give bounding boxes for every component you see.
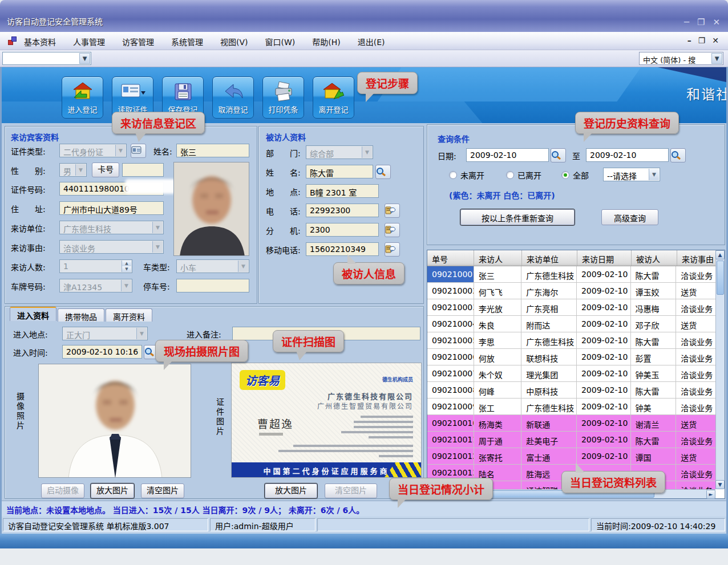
clear-card-button[interactable]: 清空图片 — [325, 483, 377, 498]
language-selector[interactable]: 中文 (简体) - 搜 ▼ — [639, 52, 723, 65]
menu-item-window[interactable]: 窗口(W) — [264, 35, 297, 48]
chevron-down-icon[interactable]: ▼ — [152, 222, 163, 233]
table-cell[interactable]: 2009-02-10 — [577, 365, 631, 382]
chevron-down-icon[interactable]: ▼ — [649, 169, 659, 180]
start-camera-button[interactable]: 启动摄像 — [41, 483, 84, 498]
visit-reason-select[interactable]: 洽谈业务▼ — [59, 240, 164, 254]
table-cell[interactable]: 中原科技 — [521, 382, 577, 399]
table-cell[interactable]: 090210002 — [427, 283, 474, 299]
table-cell[interactable]: 2009-02-10 — [577, 332, 631, 349]
table-cell[interactable]: 李光放 — [474, 299, 522, 316]
radio-all[interactable]: 全部 — [561, 169, 589, 181]
table-row[interactable]: 090210005李思广东德生科技2009-02-10陈大雷洽谈业务 — [427, 332, 715, 349]
menu-item-visitor[interactable]: 访客管理 — [121, 35, 155, 48]
column-header[interactable]: 来访人 — [474, 250, 522, 266]
visited-location-input[interactable]: B幢 2301 室 — [306, 184, 379, 198]
table-cell[interactable]: 何飞飞 — [474, 283, 522, 299]
table-cell[interactable]: 洽谈业务 — [676, 332, 715, 349]
table-cell[interactable]: 2009-02-10 — [577, 266, 631, 283]
enter-register-button[interactable]: 进入登记 — [62, 76, 103, 119]
zoom-photo-button[interactable]: 放大图片 — [91, 483, 134, 498]
chevron-down-icon[interactable]: ▼ — [152, 241, 163, 253]
table-cell[interactable]: 李思 — [474, 332, 522, 349]
table-cell[interactable]: 何峰 — [474, 382, 522, 399]
table-cell[interactable]: 陈大雷 — [631, 432, 677, 448]
cert-type-select[interactable]: 二代身份证▼ — [59, 144, 127, 157]
chevron-down-icon[interactable]: ▼ — [79, 53, 90, 64]
table-cell[interactable]: 广东德生科技 — [521, 399, 577, 415]
table-cell[interactable]: 附而达 — [521, 316, 577, 332]
card-reader-button[interactable] — [131, 144, 146, 158]
table-cell[interactable]: 090210012 — [427, 448, 474, 465]
table-row[interactable]: 090210001张三广东德生科技2009-02-10陈大雷洽谈业务 — [427, 266, 715, 283]
spin-up-icon[interactable]: ▲ — [122, 261, 131, 266]
table-row[interactable]: 090210009张工广东德生科技2009-02-10钟美洽谈业务 — [427, 399, 715, 415]
cancel-register-button[interactable]: 取消登记 — [212, 76, 254, 119]
scroll-down-icon[interactable]: ▼ — [715, 480, 725, 489]
table-cell[interactable]: 周于通 — [474, 432, 522, 448]
mobile-input[interactable]: 15602210349 — [306, 242, 379, 256]
zoom-card-button[interactable]: 放大图片 — [265, 483, 317, 498]
table-cell[interactable]: 杨海类 — [474, 415, 522, 432]
menu-item-basic[interactable]: 基本资料 — [23, 35, 57, 48]
advanced-query-button[interactable]: 高级查询 — [601, 209, 658, 225]
table-cell[interactable]: 广东德生科技 — [521, 266, 577, 283]
close-icon[interactable]: ✕ — [713, 17, 720, 27]
plate-select[interactable]: 津A12345▼ — [59, 279, 132, 292]
chevron-down-icon[interactable]: ▼ — [711, 53, 722, 64]
chevron-down-icon[interactable]: ▼ — [136, 328, 147, 339]
visit-unit-select[interactable]: 广东德生科技▼ — [59, 221, 164, 234]
chevron-down-icon[interactable]: ▼ — [75, 164, 86, 176]
table-cell[interactable]: 2009-02-10 — [577, 382, 631, 399]
menu-item-view[interactable]: 视图(V) — [219, 35, 249, 48]
table-cell[interactable]: 090210003 — [427, 299, 474, 316]
chevron-down-icon[interactable]: ▼ — [115, 145, 126, 156]
table-cell[interactable]: 2009-02-10 — [577, 283, 631, 299]
restore-icon[interactable]: ❐ — [697, 17, 705, 27]
table-cell[interactable]: 谢清兰 — [631, 415, 677, 432]
table-row[interactable]: 090210012张寄托富士通2009-02-10谭国送货 — [427, 448, 715, 465]
table-cell[interactable]: 洽谈业务 — [676, 399, 715, 415]
mdi-restore-icon[interactable]: ❐ — [698, 36, 706, 45]
notify-mobile-button[interactable] — [385, 242, 400, 257]
leave-register-button[interactable]: 离开登记 — [313, 76, 354, 119]
table-cell[interactable]: 洽谈业务 — [676, 432, 715, 448]
column-header[interactable]: 来访事由 — [677, 250, 717, 266]
spin-down-icon[interactable]: ▼ — [122, 266, 131, 272]
requery-button[interactable]: 按以上条件重新查询 — [460, 209, 575, 225]
vertical-scrollbar[interactable]: ▲ ▼ — [715, 250, 725, 489]
scroll-thumb[interactable] — [717, 261, 724, 295]
table-cell[interactable]: 谭国 — [631, 448, 677, 465]
entry-location-select[interactable]: 正大门▼ — [62, 327, 148, 340]
table-cell[interactable]: 理光集团 — [521, 365, 577, 382]
tab-leave-info[interactable]: 离开资料 — [106, 308, 152, 322]
table-cell[interactable]: 洽谈业务 — [676, 481, 715, 489]
notify-ext-button[interactable] — [385, 223, 400, 237]
car-type-select[interactable]: 小车▼ — [176, 259, 249, 273]
table-row[interactable]: 090210006何放联想科技2009-02-10彭置洽谈业务 — [427, 349, 715, 365]
table-cell[interactable]: 广东德生科技 — [521, 332, 577, 349]
table-cell[interactable]: 2009-02-10 — [577, 448, 631, 465]
table-cell[interactable]: 送货 — [676, 316, 715, 332]
table-cell[interactable]: 钟美 — [631, 399, 677, 415]
table-cell[interactable]: 2009-02-10 — [577, 432, 631, 448]
radio-left[interactable]: 已离开 — [506, 169, 541, 181]
table-cell[interactable]: 洽谈业务 — [676, 349, 715, 365]
table-cell[interactable]: 2009-02-10 — [577, 399, 631, 415]
table-cell[interactable]: 张工 — [474, 399, 522, 415]
scroll-up-icon[interactable]: ▲ — [715, 250, 725, 259]
mdi-close-icon[interactable]: ✕ — [712, 36, 719, 45]
table-row[interactable]: 090210007朱个奴理光集团2009-02-10钟美玉洽谈业务 — [427, 365, 715, 382]
visited-name-input[interactable]: 陈大雷 — [306, 165, 373, 178]
table-cell[interactable]: 洽谈业务 — [676, 299, 715, 316]
table-cell[interactable]: 洽谈业务 — [676, 266, 715, 283]
chevron-down-icon[interactable]: ▼ — [362, 147, 372, 158]
table-cell[interactable]: 2009-02-10 — [577, 415, 631, 432]
table-cell[interactable]: 090210009 — [427, 399, 474, 415]
column-header[interactable]: 单号 — [427, 250, 474, 266]
table-cell[interactable]: 广东海尔 — [521, 283, 577, 299]
table-cell[interactable]: 090210006 — [427, 349, 474, 365]
table-cell[interactable]: 送货 — [676, 415, 715, 432]
table-cell[interactable]: 2009-02-10 — [577, 316, 631, 332]
table-cell[interactable]: 090210001 — [427, 266, 474, 283]
